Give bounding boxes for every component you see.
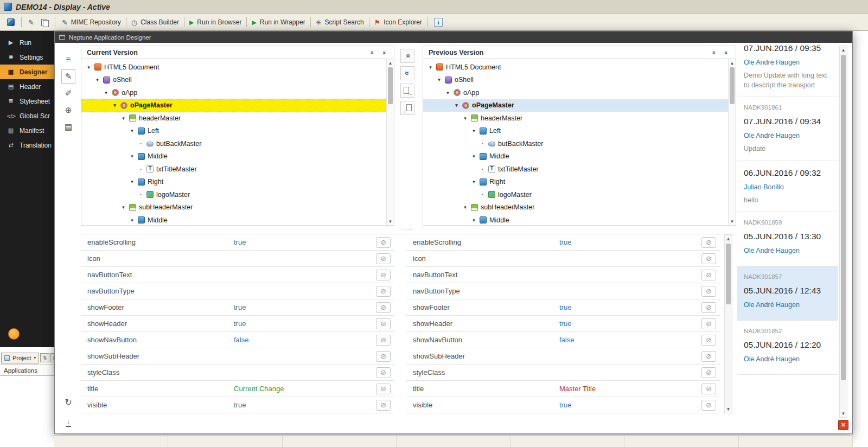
expand-arrow-icon[interactable]: ▾ — [129, 128, 135, 133]
outline-view-icon[interactable]: ≡ — [61, 53, 75, 67]
history-entry[interactable]: NADK90185205.JUN.2016 / 12:20Ole André H… — [737, 321, 838, 375]
scrollbar-thumb[interactable] — [726, 244, 731, 304]
scroll-down-arrow[interactable]: ▼ — [725, 405, 732, 413]
scroll-down-arrow[interactable]: ▼ — [387, 218, 394, 225]
tree-node-headermaster[interactable]: ▾headerMaster — [423, 112, 728, 125]
tree-node-middle[interactable]: ▾Middle — [423, 150, 728, 163]
splitter-handle[interactable]: ..... — [398, 225, 417, 231]
bind-toggle-button[interactable]: ⊘ — [376, 237, 391, 248]
expand-arrow-icon[interactable]: ▾ — [94, 77, 100, 82]
expand-arrow-icon[interactable]: ▾ — [129, 218, 135, 223]
copy-to-current-button[interactable]: ← — [400, 101, 414, 115]
project-dropdown-button[interactable]: Project ▾ — [1, 353, 39, 363]
tree-node-middle[interactable]: ▾Middle — [81, 214, 386, 225]
tree-node-butbackmaster[interactable]: •butBackMaster — [423, 137, 728, 150]
bind-toggle-button[interactable]: ⊘ — [376, 384, 391, 394]
tree-node-right[interactable]: ▾Right — [423, 176, 728, 189]
tree-node-headermaster[interactable]: ▾headerMaster — [81, 112, 386, 125]
tree-node-left[interactable]: ▾Left — [423, 125, 728, 138]
tree-node-middle[interactable]: ▾Middle — [81, 150, 386, 163]
sidebar-item-header[interactable]: ▤Header — [0, 79, 54, 94]
bind-toggle-button[interactable]: ⊘ — [701, 335, 716, 346]
tree-node-right[interactable]: ▾Right — [81, 176, 386, 189]
tree-node-butbackmaster[interactable]: •butBackMaster — [81, 137, 386, 150]
copy-button[interactable] — [39, 17, 51, 28]
author-link[interactable]: Ole André Haugen — [744, 247, 832, 254]
properties-scrollbar[interactable]: ▲ ▼ — [724, 234, 732, 413]
bind-toggle-button[interactable]: ⊘ — [376, 302, 391, 313]
toolbar-button-run-in-wrapper[interactable]: ▶Run in Wrapper — [249, 17, 308, 28]
bind-toggle-button[interactable]: ⊘ — [376, 400, 391, 411]
bind-toggle-button[interactable]: ⊘ — [701, 384, 716, 394]
expand-arrow-icon[interactable]: ▾ — [103, 90, 109, 95]
sidebar-item-global-scr[interactable]: </>Global Scr — [0, 108, 54, 123]
paint-brush-icon[interactable]: ✐ — [61, 86, 75, 100]
expand-arrow-icon[interactable]: ▾ — [471, 128, 477, 133]
collapse-all-button[interactable]: » — [367, 48, 376, 58]
expand-arrow-icon[interactable]: ▾ — [129, 154, 135, 159]
author-link[interactable]: Ole André Haugen — [744, 301, 832, 309]
expand-all-button[interactable]: » — [722, 48, 731, 58]
tree-node-middle[interactable]: ▾Middle — [423, 214, 728, 225]
toolbar-button-icon-explorer[interactable]: ⚑Icon Explorer — [372, 17, 425, 28]
sidebar-item-manifest[interactable]: ▥Manifest — [0, 123, 54, 138]
history-entry[interactable]: NADK90186107.JUN.2016 / 09:34Ole André H… — [737, 97, 838, 161]
bind-toggle-button[interactable]: ⊘ — [701, 367, 716, 378]
display-change-button[interactable]: ✎ — [25, 17, 37, 28]
tree-node-oapp[interactable]: ▾oApp — [81, 86, 386, 99]
tree-node-txttitlemaster[interactable]: •txtTitleMaster — [423, 163, 728, 176]
bind-toggle-button[interactable]: ⊘ — [376, 270, 391, 280]
history-entry[interactable]: 06.JUN.2016 / 09:32Julian Bonillohello — [737, 161, 838, 213]
history-scrollbar[interactable]: ▲ ▼ — [839, 46, 847, 418]
scroll-down-arrow[interactable]: ▼ — [840, 410, 847, 417]
author-link[interactable]: Ole André Haugen — [744, 355, 832, 363]
scroll-up-arrow[interactable]: ▲ — [840, 46, 847, 54]
copy-to-previous-button[interactable]: → — [400, 84, 414, 98]
bind-toggle-button[interactable]: ⊘ — [376, 253, 391, 264]
toolbar-button-class-builder[interactable]: ◷Class Builder — [129, 17, 182, 28]
history-entry[interactable]: NADK90185905.JUN.2016 / 13:30Ole André H… — [737, 212, 838, 266]
tree-node-txttitlemaster[interactable]: •txtTitleMaster — [81, 163, 386, 176]
expand-arrow-icon[interactable]: ▾ — [120, 205, 126, 210]
dialog-titlebar[interactable]: Neptune Application Designer — [55, 31, 852, 43]
bind-toggle-button[interactable]: ⊘ — [701, 253, 716, 264]
tree-node-logomaster[interactable]: •logoMaster — [81, 188, 386, 201]
history-entry[interactable]: 07.JUN.2016 / 09:35Ole André HaugenDemo … — [737, 46, 838, 97]
tree-node-logomaster[interactable]: •logoMaster — [423, 188, 728, 201]
tree-node-left[interactable]: ▾Left — [81, 125, 386, 138]
download-button[interactable]: ↓ — [60, 417, 76, 426]
expand-all-button[interactable]: » — [380, 48, 390, 58]
bind-toggle-button[interactable]: ⊘ — [376, 335, 391, 346]
bind-toggle-button[interactable]: ⊘ — [701, 351, 716, 362]
sidebar-item-run[interactable]: ▶Run — [0, 35, 54, 50]
edit-mode-icon[interactable]: ✎ — [61, 69, 75, 84]
tree-node-opagemaster[interactable]: ▾oPageMaster — [81, 99, 386, 112]
bind-toggle-button[interactable]: ⊘ — [376, 286, 391, 297]
sidebar-item-settings[interactable]: ✱Settings — [0, 50, 54, 65]
toolbar-button-script-search[interactable]: ✳Script Search — [313, 17, 367, 28]
history-entry[interactable]: NADK90185705.JUN.2016 / 12:43Ole André H… — [737, 266, 838, 321]
dialog-close-button[interactable]: ✕ — [838, 420, 848, 430]
bind-toggle-button[interactable]: ⊘ — [376, 367, 391, 378]
scroll-up-arrow[interactable]: ▲ — [729, 59, 736, 67]
bind-toggle-button[interactable]: ⊘ — [701, 286, 716, 297]
bind-toggle-button[interactable]: ⊘ — [701, 400, 716, 411]
scroll-up-arrow[interactable]: ▲ — [725, 235, 732, 242]
tree-node-subheadermaster[interactable]: ▾subHeaderMaster — [423, 201, 728, 214]
scroll-to-top-button[interactable]: » — [400, 49, 414, 63]
author-link[interactable]: Julian Bonillo — [744, 183, 832, 191]
layout-grid-button[interactable] — [4, 17, 17, 28]
tree-node-oshell[interactable]: ▾oShell — [81, 74, 386, 87]
expand-arrow-icon[interactable]: ▾ — [454, 103, 459, 108]
bind-toggle-button[interactable]: ⊘ — [701, 318, 716, 329]
applications-tab[interactable]: Applications — [0, 365, 54, 376]
bind-toggle-button[interactable]: ⊘ — [701, 270, 716, 280]
scrollbar-thumb[interactable] — [388, 67, 393, 104]
toolbar-button-run-in-browser[interactable]: ▶Run in Browser — [187, 17, 245, 28]
tree-node-oshell[interactable]: ▾oShell — [423, 74, 728, 87]
current-tree-scrollbar[interactable]: ▲ ▼ — [386, 59, 394, 225]
bind-toggle-button[interactable]: ⊘ — [701, 237, 716, 248]
sidebar-item-stylesheet[interactable]: ≣Stylesheet — [0, 94, 54, 108]
expand-arrow-icon[interactable]: ▾ — [462, 205, 468, 210]
expand-arrow-icon[interactable]: ▾ — [462, 116, 468, 121]
